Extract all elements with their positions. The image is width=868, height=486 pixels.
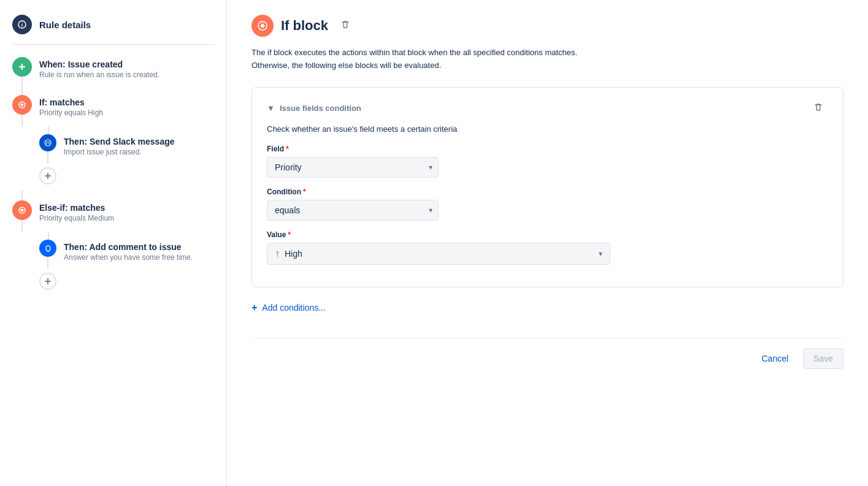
condition-description: Check whether an issue's field meets a c… [267,124,828,134]
when-line [21,77,23,95]
value-text: High [285,249,302,259]
elseif-connector [12,200,32,232]
comment-content: Then: Add comment to issue Answer when y… [64,240,193,264]
comment-icon[interactable] [39,240,56,257]
rule-details-title: Rule details [39,20,91,30]
comment-connector [39,240,56,269]
add-button-slack-wrap [39,164,214,188]
save-button[interactable]: Save [803,348,843,369]
comment-title[interactable]: Then: Add comment to issue [64,242,193,252]
nested-line-slack [48,127,49,134]
value-select-wrapper[interactable]: ↑ High ▾ [267,243,610,265]
value-chevron-icon: ▾ [599,249,602,258]
elseif-title[interactable]: Else-if: matches [39,203,114,213]
nested-comment-wrap: Then: Add comment to issue Answer when y… [39,232,214,296]
elseif-line [21,220,23,232]
comment-line [47,257,48,269]
if-line [21,115,23,127]
if-content: If: matches Priority equals High [39,95,103,127]
field-label: Field * [267,145,828,153]
slack-subtitle: Import issue just raised. [64,148,175,156]
field-group: Field * Priority Status Assignee Labels … [267,145,828,178]
slack-connector [39,134,56,164]
add-conditions-label: Add conditions... [262,303,326,313]
cancel-button[interactable]: Cancel [751,348,798,369]
value-group: Value * ↑ High ▾ [267,230,828,265]
main-content: If block The if block executes the actio… [227,0,868,486]
condition-card-header: ▼ Issue fields condition [267,100,828,117]
add-conditions-plus-icon: + [252,302,257,313]
elseif-icon[interactable] [12,200,32,220]
timeline-item-when: When: Issue created Rule is run when an … [12,57,214,95]
page-header: If block [252,15,843,37]
delete-block-button[interactable] [338,17,353,34]
if-subtitle: Priority equals High [39,108,103,117]
if-title[interactable]: If: matches [39,97,103,107]
add-button-comment-wrap [39,269,214,294]
footer-buttons: Cancel Save [252,338,843,369]
when-content: When: Issue created Rule is run when an … [39,57,159,89]
condition-group: Condition * equals not equals contains i… [267,188,828,221]
priority-high-icon: ↑ [275,248,280,259]
slack-title[interactable]: Then: Send Slack message [64,137,175,146]
field-required-star: * [286,145,289,153]
add-step-button-2[interactable] [39,273,56,290]
value-label: Value * [267,230,828,239]
elseif-subtitle: Priority equals Medium [39,214,114,222]
when-connector [12,57,32,95]
condition-card: ▼ Issue fields condition Check whether a… [252,87,843,287]
sidebar-header: i Rule details [12,15,214,34]
value-select-inner: ↑ High [275,248,599,259]
collapse-icon[interactable]: ▼ [267,104,275,113]
nested-comment-item: Then: Add comment to issue Answer when y… [39,240,214,269]
slack-icon[interactable] [39,134,56,151]
slack-line [47,151,48,164]
add-conditions-button[interactable]: + Add conditions... [252,302,843,313]
page-title: If block [281,18,328,34]
timeline-item-elseif: Else-if: matches Priority equals Medium [12,200,214,232]
condition-card-title: Issue fields condition [280,104,361,113]
field-select[interactable]: Priority Status Assignee Labels [267,157,439,178]
page-description: The if block executes the actions within… [252,47,681,72]
middle-line [21,191,23,200]
condition-select[interactable]: equals not equals contains is empty [267,200,439,221]
nested-line-comment [48,232,49,240]
when-icon[interactable] [12,57,32,77]
condition-title-wrap: ▼ Issue fields condition [267,104,361,113]
add-step-button-1[interactable] [39,167,56,184]
when-subtitle: Rule is run when an issue is created. [39,70,159,79]
svg-text:i: i [21,22,23,28]
timeline-item-if: If: matches Priority equals High [12,95,214,127]
value-required-star: * [288,230,291,239]
when-title[interactable]: When: Issue created [39,59,159,69]
if-icon[interactable] [12,95,32,115]
condition-required-star: * [303,188,306,196]
delete-condition-button[interactable] [808,100,828,117]
sidebar-divider [12,44,214,45]
rule-details-icon: i [12,15,32,34]
elseif-content: Else-if: matches Priority equals Medium [39,200,114,232]
sidebar: i Rule details When: I [0,0,227,486]
svg-point-5 [45,140,51,146]
condition-select-wrapper: equals not equals contains is empty ▾ [267,200,439,221]
timeline: When: Issue created Rule is run when an … [12,57,214,296]
nested-slack-item: Then: Send Slack message Import issue ju… [39,134,214,164]
if-connector [12,95,32,127]
condition-label: Condition * [267,188,828,196]
page-header-icon [252,15,274,37]
nested-slack-wrap: Then: Send Slack message Import issue ju… [39,127,214,191]
field-select-wrapper: Priority Status Assignee Labels ▾ [267,157,439,178]
comment-subtitle: Answer when you have some free time. [64,253,193,262]
slack-content: Then: Send Slack message Import issue ju… [64,134,175,159]
